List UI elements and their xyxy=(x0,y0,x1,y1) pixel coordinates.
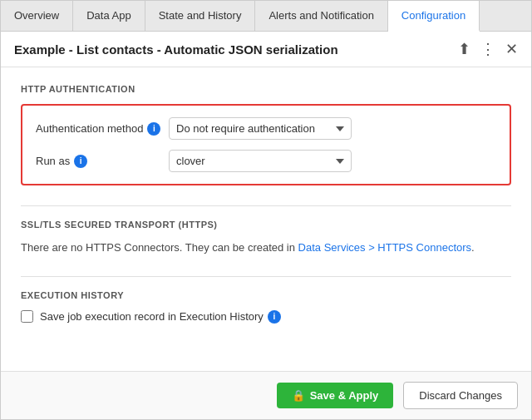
ssl-section-label: SSL/TLS SECURED TRANSPORT (HTTPS) xyxy=(21,220,511,230)
tab-configuration[interactable]: Configuration xyxy=(388,1,480,32)
close-icon[interactable]: ✕ xyxy=(505,42,518,57)
header-bar: Example - List contacts - Automatic JSON… xyxy=(1,32,531,67)
header-icons: ⬆ ⋮ ✕ xyxy=(458,42,518,57)
ssl-link[interactable]: Data Services > HTTPS Connectors xyxy=(298,241,471,254)
main-window: Overview Data App State and History Aler… xyxy=(0,0,532,420)
ssl-info-text: There are no HTTPS Connectors. They can … xyxy=(21,240,511,256)
tab-state-history[interactable]: State and History xyxy=(145,1,256,31)
auth-method-info-icon[interactable]: i xyxy=(147,122,160,136)
auth-method-row: Authentication method i Do not require a… xyxy=(36,117,496,140)
exec-divider xyxy=(21,276,511,277)
tab-overview[interactable]: Overview xyxy=(1,1,73,31)
run-as-select[interactable]: clover admin user xyxy=(169,150,352,172)
save-apply-button[interactable]: 🔒 Save & Apply xyxy=(277,383,394,408)
run-as-row: Run as i clover admin user xyxy=(36,150,496,172)
save-lock-icon: 🔒 xyxy=(292,389,305,402)
execution-section-label: EXECUTION HISTORY xyxy=(21,290,511,300)
exec-info-icon[interactable]: i xyxy=(268,310,281,324)
tab-data-app[interactable]: Data App xyxy=(73,1,145,31)
http-auth-box: Authentication method i Do not require a… xyxy=(21,104,511,185)
auth-method-select[interactable]: Do not require authentication Basic Toke… xyxy=(169,117,352,140)
http-auth-section-label: HTTP AUTHENTICATION xyxy=(21,84,511,94)
auth-method-label: Authentication method i xyxy=(36,122,169,136)
exec-row: Save job execution record in Execution H… xyxy=(21,310,511,324)
discard-changes-button[interactable]: Discard Changes xyxy=(403,382,518,409)
ssl-section: SSL/TLS SECURED TRANSPORT (HTTPS) There … xyxy=(21,220,511,256)
run-as-info-icon[interactable]: i xyxy=(74,155,87,168)
tab-alerts[interactable]: Alerts and Notification xyxy=(255,1,387,31)
footer: 🔒 Save & Apply Discard Changes xyxy=(1,371,531,419)
ssl-divider xyxy=(21,205,511,206)
more-icon[interactable]: ⋮ xyxy=(480,42,495,57)
upload-icon[interactable]: ⬆ xyxy=(458,42,470,57)
exec-history-checkbox[interactable] xyxy=(21,310,33,323)
page-title: Example - List contacts - Automatic JSON… xyxy=(14,42,338,57)
content-area: HTTP AUTHENTICATION Authentication metho… xyxy=(1,67,531,371)
exec-history-label: Save job execution record in Execution H… xyxy=(40,310,281,324)
tab-bar: Overview Data App State and History Aler… xyxy=(1,1,531,32)
execution-history-section: EXECUTION HISTORY Save job execution rec… xyxy=(21,290,511,324)
run-as-label: Run as i xyxy=(36,155,169,168)
